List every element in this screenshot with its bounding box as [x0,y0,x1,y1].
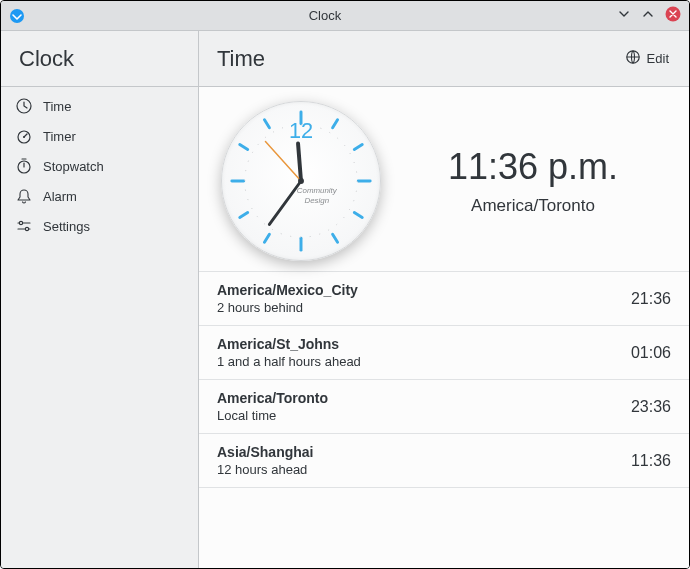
svg-text:Design: Design [305,196,330,205]
main-header: Time Edit [199,31,689,87]
svg-point-4 [23,136,25,138]
sidebar-items: Time Timer Stopwatch [1,87,198,241]
primary-clock-text: 11:36 p.m. America/Toronto [385,146,671,216]
close-button[interactable] [665,6,681,26]
svg-line-17 [264,120,269,128]
timezone-time: 21:36 [631,290,671,308]
timezone-row[interactable]: America/Toronto Local time 23:36 [199,380,689,434]
timezone-time: 01:06 [631,344,671,362]
maximize-button[interactable] [641,7,655,25]
bell-icon [15,187,33,205]
timezone-name: America/Mexico_City [217,282,631,298]
sidebar-item-label: Alarm [43,189,77,204]
svg-line-19 [354,144,362,149]
primary-time: 11:36 p.m. [448,146,618,188]
timezone-name: America/St_Johns [217,336,631,352]
content: 12 Community Design [199,87,689,568]
app-window: Clock Clock Time [0,0,690,569]
sidebar-item-stopwatch[interactable]: Stopwatch [1,151,198,181]
settings-icon [15,217,33,235]
svg-line-29 [298,143,301,181]
analog-clock: 12 Community Design [217,97,385,265]
svg-line-31 [265,142,301,182]
timezone-time: 11:36 [631,452,671,470]
svg-line-22 [264,234,269,242]
sidebar-item-settings[interactable]: Settings [1,211,198,241]
timezone-offset: 12 hours ahead [217,462,631,477]
clock-icon [15,97,33,115]
timezone-name: America/Toronto [217,390,631,406]
svg-line-23 [240,213,248,218]
main-panel: Time Edit [199,31,689,568]
svg-point-7 [25,227,28,230]
svg-line-18 [333,120,338,128]
timezone-offset: 1 and a half hours ahead [217,354,631,369]
svg-point-0 [10,9,24,23]
sidebar-item-label: Timer [43,129,76,144]
timezone-list: America/Mexico_City 2 hours behind 21:36… [199,271,689,488]
sidebar-item-label: Settings [43,219,90,234]
sidebar-item-label: Time [43,99,71,114]
svg-line-30 [269,181,301,224]
app-title: Clock [19,46,74,72]
svg-line-21 [333,234,338,242]
sidebar-item-label: Stopwatch [43,159,104,174]
timezone-offset: 2 hours behind [217,300,631,315]
sidebar-item-timer[interactable]: Timer [1,121,198,151]
primary-clock: 12 Community Design [199,87,689,271]
window-controls [617,6,681,26]
edit-label: Edit [647,51,669,66]
svg-line-20 [354,213,362,218]
sidebar-item-alarm[interactable]: Alarm [1,181,198,211]
titlebar: Clock [1,1,689,31]
minimize-button[interactable] [617,7,631,25]
sidebar: Clock Time Timer [1,31,199,568]
system-menu-icon[interactable] [9,8,25,24]
sidebar-header: Clock [1,31,198,87]
timezone-row[interactable]: America/St_Johns 1 and a half hours ahea… [199,326,689,380]
timezone-row[interactable]: Asia/Shanghai 12 hours ahead 11:36 [199,434,689,488]
svg-text:Community: Community [297,186,338,195]
page-title: Time [217,46,615,72]
svg-point-6 [19,221,22,224]
timezone-name: Asia/Shanghai [217,444,631,460]
svg-text:12: 12 [289,118,313,143]
stopwatch-icon [15,157,33,175]
svg-line-24 [240,144,248,149]
timezone-time: 23:36 [631,398,671,416]
globe-icon [625,49,641,68]
svg-point-32 [298,178,304,184]
primary-timezone: America/Toronto [471,196,595,216]
timer-icon [15,127,33,145]
edit-button[interactable]: Edit [623,45,671,72]
timezone-offset: Local time [217,408,631,423]
window-title: Clock [33,8,617,23]
timezone-row[interactable]: America/Mexico_City 2 hours behind 21:36 [199,272,689,326]
sidebar-item-time[interactable]: Time [1,91,198,121]
